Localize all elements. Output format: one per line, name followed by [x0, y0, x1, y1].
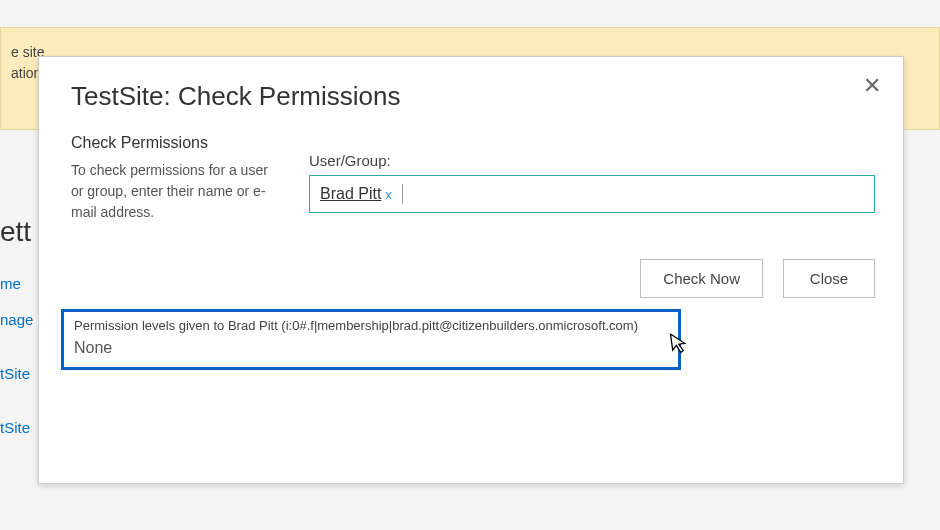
- user-group-input[interactable]: [402, 184, 868, 204]
- check-permissions-dialog: ✕ TestSite: Check Permissions Check Perm…: [38, 56, 904, 484]
- section-description: To check permissions for a user or group…: [71, 160, 281, 223]
- close-button[interactable]: Close: [783, 259, 875, 298]
- side-link[interactable]: me: [0, 266, 40, 302]
- side-link[interactable]: nage: [0, 302, 40, 338]
- app-background: e site ation ett me nage tSite tSite ✕ T…: [0, 0, 940, 530]
- user-group-label: User/Group:: [309, 152, 875, 169]
- page-heading-fragment: ett: [0, 216, 31, 248]
- chip-name: Brad Pitt: [320, 185, 381, 203]
- permissions-result: Permission levels given to Brad Pitt (i:…: [61, 309, 681, 370]
- dialog-description-block: Check Permissions To check permissions f…: [71, 134, 281, 298]
- result-value: None: [74, 339, 668, 357]
- side-link[interactable]: tSite: [0, 410, 40, 446]
- user-group-picker[interactable]: Brad Pitt x: [309, 175, 875, 213]
- side-link[interactable]: tSite: [0, 356, 40, 392]
- side-nav: me nage tSite tSite: [0, 266, 40, 446]
- chip-remove-icon[interactable]: x: [385, 187, 392, 202]
- dialog-title: TestSite: Check Permissions: [71, 81, 875, 112]
- dialog-form: User/Group: Brad Pitt x Check Now Close: [309, 134, 875, 298]
- section-heading: Check Permissions: [71, 134, 281, 152]
- result-heading: Permission levels given to Brad Pitt (i:…: [74, 318, 668, 333]
- close-icon[interactable]: ✕: [863, 75, 881, 97]
- check-now-button[interactable]: Check Now: [640, 259, 763, 298]
- dialog-body: Check Permissions To check permissions f…: [71, 134, 875, 298]
- selected-user-chip: Brad Pitt x: [316, 185, 396, 203]
- banner-text-line2: ation: [11, 65, 41, 81]
